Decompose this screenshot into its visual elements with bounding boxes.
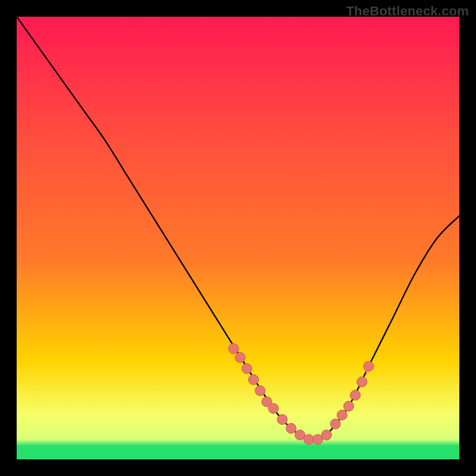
marker-dot (312, 434, 322, 444)
marker-dot (255, 386, 265, 396)
marker-dot (268, 403, 278, 414)
marker-dot (242, 364, 252, 374)
marker-dot (364, 361, 374, 371)
marker-dot (286, 423, 296, 433)
marker-dot (321, 430, 331, 440)
bottleneck-curve (17, 17, 459, 440)
marker-dot (357, 377, 367, 387)
marker-dot (249, 375, 259, 385)
marker-dot (330, 419, 340, 429)
marker-dot (277, 415, 287, 425)
marker-dot (337, 410, 347, 420)
marker-dots (228, 344, 374, 445)
marker-dot (350, 390, 361, 400)
marker-dot (344, 401, 354, 411)
watermark-text: TheBottleneck.com (346, 4, 469, 19)
chart-stage: TheBottleneck.com (0, 0, 476, 476)
curve-layer (17, 17, 459, 459)
plot-area (17, 17, 459, 459)
marker-dot (295, 430, 305, 440)
marker-dot (235, 352, 245, 362)
marker-dot (228, 344, 239, 354)
